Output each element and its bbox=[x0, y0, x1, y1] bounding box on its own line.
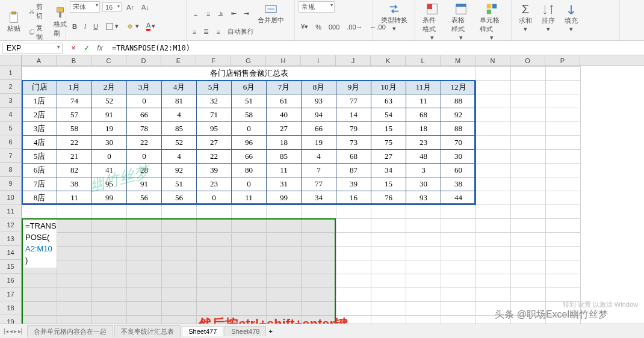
cell[interactable] bbox=[511, 205, 546, 219]
cell[interactable] bbox=[371, 205, 406, 219]
cell[interactable] bbox=[546, 247, 581, 260]
row-header[interactable]: 4 bbox=[0, 108, 22, 121]
cell[interactable] bbox=[546, 108, 581, 122]
column-header[interactable]: N bbox=[475, 55, 510, 66]
row-header[interactable]: 17 bbox=[0, 287, 22, 301]
cell[interactable] bbox=[232, 233, 267, 247]
row-header[interactable]: 5 bbox=[0, 121, 22, 135]
cell[interactable]: 74 bbox=[57, 94, 92, 108]
font-size-combo[interactable]: 16 bbox=[102, 2, 122, 12]
cell[interactable]: 28 bbox=[127, 164, 162, 177]
border-button[interactable]: ▾ bbox=[103, 21, 121, 32]
column-header[interactable]: J bbox=[336, 55, 371, 66]
cell[interactable] bbox=[406, 233, 441, 247]
cell[interactable] bbox=[371, 233, 406, 247]
tab-first-button[interactable]: |◂ bbox=[4, 328, 8, 334]
cell[interactable] bbox=[441, 302, 476, 316]
cell[interactable] bbox=[441, 288, 476, 302]
cell[interactable]: 4 bbox=[162, 150, 197, 164]
cell[interactable] bbox=[162, 288, 197, 302]
cell[interactable] bbox=[476, 233, 511, 247]
align-top-button[interactable]: ⫠ bbox=[190, 9, 202, 19]
cell[interactable] bbox=[22, 302, 57, 316]
cell[interactable]: 76 bbox=[371, 191, 406, 205]
cell[interactable]: 78 bbox=[127, 122, 162, 136]
cell[interactable] bbox=[197, 247, 232, 260]
cell[interactable] bbox=[92, 219, 127, 233]
column-header[interactable]: G bbox=[231, 55, 266, 66]
cell[interactable] bbox=[267, 260, 302, 274]
cell[interactable] bbox=[127, 302, 162, 316]
cell[interactable]: 85 bbox=[162, 122, 197, 136]
cell[interactable] bbox=[476, 94, 511, 108]
cell[interactable]: 91 bbox=[92, 108, 127, 122]
cell[interactable]: 23 bbox=[406, 136, 441, 150]
cell[interactable]: 81 bbox=[162, 94, 197, 108]
fx-button[interactable]: fx bbox=[95, 44, 105, 52]
tab-prev-button[interactable]: ◂ bbox=[10, 328, 13, 334]
cell[interactable]: 96 bbox=[232, 136, 267, 150]
cell[interactable] bbox=[92, 260, 127, 274]
cell[interactable] bbox=[336, 260, 371, 274]
cell[interactable]: 99 bbox=[92, 191, 127, 205]
cell[interactable] bbox=[92, 302, 127, 316]
cell[interactable]: 各门店销售金额汇总表 bbox=[22, 67, 476, 81]
align-bottom-button[interactable]: ⫡ bbox=[215, 9, 226, 19]
cell[interactable] bbox=[57, 247, 92, 260]
cell[interactable] bbox=[267, 233, 302, 247]
cell[interactable]: 19 bbox=[302, 136, 336, 150]
cell[interactable] bbox=[441, 205, 476, 219]
cell[interactable]: 15 bbox=[371, 122, 406, 136]
cell[interactable]: 12月 bbox=[441, 81, 476, 94]
cell[interactable]: 3 bbox=[406, 164, 441, 177]
cell[interactable] bbox=[336, 274, 371, 288]
cell[interactable] bbox=[546, 260, 581, 274]
cell[interactable] bbox=[511, 122, 546, 136]
cell[interactable] bbox=[267, 274, 302, 288]
cell[interactable] bbox=[336, 219, 371, 233]
cell[interactable]: 22 bbox=[57, 136, 92, 150]
cell[interactable]: 7店 bbox=[22, 177, 57, 191]
sheet-tab[interactable]: 合并单元格内容合在一起 bbox=[27, 325, 113, 337]
cell[interactable] bbox=[371, 274, 406, 288]
cell[interactable] bbox=[441, 233, 476, 247]
cell[interactable] bbox=[511, 164, 546, 177]
cell[interactable]: 39 bbox=[197, 164, 232, 177]
cell[interactable] bbox=[92, 274, 127, 288]
tab-nav[interactable]: |◂ ◂ ▸ ▸| bbox=[0, 328, 26, 334]
column-header[interactable]: E bbox=[161, 55, 196, 66]
cell[interactable]: 80 bbox=[232, 164, 267, 177]
cell[interactable] bbox=[232, 288, 267, 302]
cell[interactable]: 88 bbox=[441, 94, 476, 108]
row-header[interactable]: 6 bbox=[0, 135, 22, 149]
cell[interactable] bbox=[92, 247, 127, 260]
cell[interactable] bbox=[162, 260, 197, 274]
cell[interactable] bbox=[406, 247, 441, 260]
cell[interactable] bbox=[546, 122, 581, 136]
cell[interactable] bbox=[127, 288, 162, 302]
cell[interactable]: 1店 bbox=[22, 94, 57, 108]
cell[interactable] bbox=[232, 302, 267, 316]
cell[interactable]: 38 bbox=[57, 177, 92, 191]
cell[interactable] bbox=[546, 150, 581, 164]
increase-font-button[interactable]: A↑ bbox=[124, 2, 137, 12]
column-header[interactable]: C bbox=[91, 55, 126, 66]
cell[interactable]: 23 bbox=[197, 177, 232, 191]
cell[interactable] bbox=[302, 247, 336, 260]
sort-button[interactable]: 排序▾ bbox=[538, 2, 559, 34]
cell[interactable]: 0 bbox=[127, 150, 162, 164]
cell[interactable] bbox=[232, 219, 267, 233]
cell[interactable]: 31 bbox=[267, 177, 302, 191]
bold-button[interactable]: B bbox=[70, 22, 79, 31]
cell[interactable]: 6月 bbox=[232, 81, 267, 94]
cell[interactable] bbox=[441, 247, 476, 260]
indent-decrease-button[interactable]: ⇤ bbox=[229, 8, 239, 19]
cell[interactable]: 87 bbox=[336, 164, 371, 177]
cell[interactable]: 54 bbox=[371, 108, 406, 122]
indent-increase-button[interactable]: ⇥ bbox=[241, 8, 252, 19]
cell[interactable] bbox=[546, 274, 581, 288]
column-header[interactable]: O bbox=[510, 55, 545, 66]
cell[interactable] bbox=[336, 233, 371, 247]
cell[interactable] bbox=[476, 122, 511, 136]
cell[interactable] bbox=[371, 260, 406, 274]
